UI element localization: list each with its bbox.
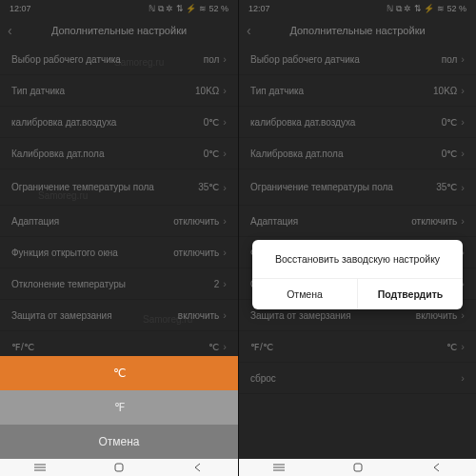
dialog-cancel-button[interactable]: Отмена [252,279,357,309]
settings-row[interactable]: Тип датчика10KΩ› [0,75,238,107]
header-title: Дополнительные настройки [289,25,425,36]
row-value: 0℃› [204,116,227,128]
svg-rect-3 [115,464,123,471]
android-navbar [0,459,238,476]
chevron-right-icon: › [461,85,465,96]
settings-row[interactable]: Тип датчика10KΩ› [239,75,476,107]
row-label: калибровка дат.воздуха [250,117,355,128]
chevron-right-icon: › [461,215,465,227]
settings-row[interactable]: Адаптацияотключить› [0,206,238,237]
sheet-fahrenheit-button[interactable]: ℉ [0,390,238,425]
chevron-right-icon: › [223,182,227,193]
status-time: 12:07 [248,4,270,13]
row-value: пол› [442,53,465,65]
row-value: ℃› [208,341,227,352]
phone-left: 12:07 ℕ ⧉ ✲ ⇅ ⚡ ≋ 52 % ‹ Дополнительные … [0,0,238,476]
settings-list: Выбор рабочего датчикапол›Тип датчика10K… [0,44,238,394]
dialog-title: Восстановить заводскую настройку [252,240,463,278]
settings-row[interactable]: калибровка дат.воздуха0℃› [239,107,476,138]
android-navbar [239,459,476,476]
chevron-right-icon: › [223,148,227,159]
row-label: Ограничение температуры пола [250,182,393,192]
settings-row[interactable]: Ограничение температуры пола35℃› [0,169,238,206]
row-label: Адаптация [250,216,298,227]
header: ‹ Дополнительные настройки [0,17,238,44]
row-value: включить› [416,309,465,321]
row-value: пол› [204,53,227,65]
row-value: 35℃› [436,182,465,193]
row-label: Адаптация [11,216,59,227]
chevron-right-icon: › [223,247,227,258]
nav-back-icon[interactable] [191,463,205,472]
row-label: Защита от замерзания [11,310,112,321]
phone-right: 12:07 ℕ ⧉ ✲ ⇅ ⚡ ≋ 52 % ‹ Дополнительные … [238,0,476,476]
settings-row[interactable]: Выбор рабочего датчикапол› [239,44,476,75]
row-label: Тип датчика [250,86,304,96]
dialog-confirm-button[interactable]: Подтвердить [357,279,463,309]
row-label: Ограничение температуры пола [11,182,154,192]
chevron-right-icon: › [461,116,465,128]
status-bar: 12:07 ℕ ⧉ ✲ ⇅ ⚡ ≋ 52 % [0,0,238,17]
sheet-cancel-button[interactable]: Отмена [0,425,238,459]
row-value: 10KΩ› [195,85,227,96]
row-label: Выбор рабочего датчика [11,54,121,65]
back-icon[interactable]: ‹ [247,23,251,38]
row-label: Защита от замерзания [250,310,351,321]
row-label: Выбор рабочего датчика [250,54,360,65]
settings-row[interactable]: Выбор рабочего датчикапол› [0,44,238,75]
status-bar: 12:07 ℕ ⧉ ✲ ⇅ ⚡ ≋ 52 % [239,0,476,17]
chevron-right-icon: › [223,215,227,227]
temp-unit-sheet: ℃ ℉ Отмена [0,356,238,459]
nav-home-icon[interactable] [112,463,126,472]
row-value: включить› [178,309,227,321]
row-label: Тип датчика [11,86,65,96]
nav-menu-icon[interactable] [33,463,47,472]
settings-row[interactable]: Защита от замерзаниявключить› [0,300,238,331]
status-icons: ℕ ⧉ ✲ ⇅ ⚡ ≋ 52 % [149,4,228,14]
settings-row[interactable]: Адаптацияотключить› [239,206,476,237]
reset-dialog: Восстановить заводскую настройку Отмена … [252,240,463,309]
row-value: отключить› [173,215,227,227]
chevron-right-icon: › [223,278,227,289]
back-icon[interactable]: ‹ [8,23,12,38]
row-label: Отклонение температуры [11,279,126,289]
settings-row[interactable]: Отклонение температуры2› [0,268,238,300]
row-label: ℉/℃ [250,342,273,352]
settings-row[interactable]: сброс› [239,363,476,394]
row-value: › [457,372,465,384]
chevron-right-icon: › [223,85,227,96]
chevron-right-icon: › [223,341,227,352]
nav-back-icon[interactable] [430,463,444,472]
svg-rect-7 [354,464,362,471]
row-value: 0℃› [442,148,465,159]
row-value: 10KΩ› [433,85,465,96]
nav-home-icon[interactable] [351,463,365,472]
chevron-right-icon: › [223,309,227,321]
chevron-right-icon: › [223,53,227,65]
settings-list: Выбор рабочего датчикапол›Тип датчика10K… [239,44,476,394]
row-value: отключить› [411,215,465,227]
status-icons: ℕ ⧉ ✲ ⇅ ⚡ ≋ 52 % [387,4,466,14]
settings-row[interactable]: калибровка дат.воздуха0℃› [0,107,238,138]
chevron-right-icon: › [461,182,465,193]
row-label: ℉/℃ [11,342,34,352]
settings-row[interactable]: ℉/℃℃› [239,331,476,363]
row-label: Калибровка дат.пола [250,149,344,159]
row-label: Функция открытого окна [11,248,118,258]
settings-row[interactable]: Ограничение температуры пола35℃› [239,169,476,206]
chevron-right-icon: › [223,116,227,128]
settings-row[interactable]: Калибровка дат.пола0℃› [239,138,476,169]
chevron-right-icon: › [461,53,465,65]
row-value: 0℃› [204,148,227,159]
chevron-right-icon: › [461,309,465,321]
row-value: отключить› [173,247,227,258]
nav-menu-icon[interactable] [272,463,286,472]
row-label: калибровка дат.воздуха [11,117,116,128]
settings-row[interactable]: Калибровка дат.пола0℃› [0,138,238,169]
sheet-celsius-button[interactable]: ℃ [0,356,238,390]
row-value: 35℃› [198,182,227,193]
settings-row[interactable]: Функция открытого окнаотключить› [0,237,238,268]
header-title: Дополнительные настройки [51,25,187,36]
chevron-right-icon: › [461,341,465,352]
row-value: ℃› [446,341,465,352]
